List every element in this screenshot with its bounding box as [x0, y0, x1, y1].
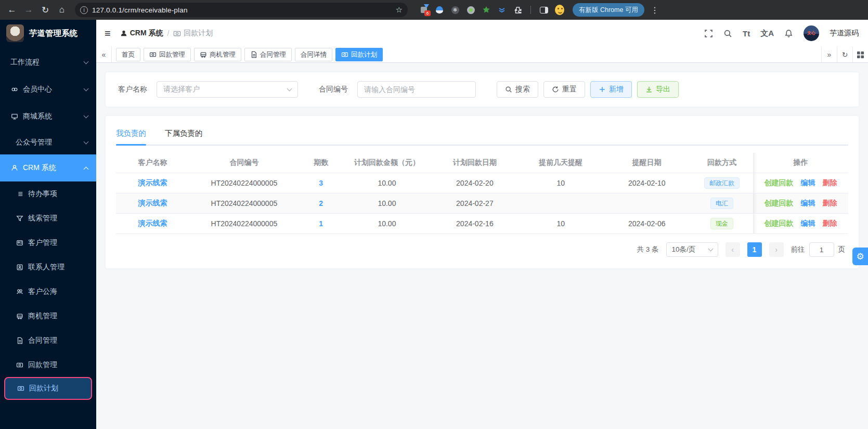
profile-avatar[interactable] [555, 5, 564, 15]
search-button[interactable]: 搜索 [497, 81, 538, 98]
customer-select[interactable]: 请选择客户 [157, 81, 298, 98]
sidebar-item-label: 会员中心 [23, 85, 80, 94]
page-number-1[interactable]: 1 [747, 242, 762, 257]
tabs-scroll-left-icon[interactable]: « [96, 47, 112, 62]
period-link[interactable]: 2 [299, 193, 343, 214]
money-icon [149, 51, 157, 58]
browser-back-icon[interactable]: ← [5, 3, 19, 17]
edit-link[interactable]: 编辑 [800, 178, 815, 187]
bookmark-star-icon[interactable]: ☆ [396, 5, 403, 15]
sidebar-item-2[interactable]: 商城系统 [0, 103, 96, 130]
delete-link[interactable]: 删除 [822, 199, 837, 207]
contract-no-input[interactable] [364, 85, 469, 94]
sidebar-item-0[interactable]: 工作流程 [0, 49, 96, 76]
tab-subordinate-responsible[interactable]: 下属负责的 [165, 125, 203, 145]
sidebar-item-11[interactable]: 合同管理 [0, 328, 96, 353]
translate-icon[interactable]: 文A [760, 29, 774, 38]
tabs-layout-grid-icon[interactable] [852, 47, 868, 62]
search-icon[interactable] [723, 29, 732, 38]
side-panel-icon[interactable] [539, 5, 549, 15]
goto-page: 前往 页 [791, 242, 846, 257]
user-name[interactable]: 芋道源码 [830, 29, 859, 38]
app-header: ≡ CRM 系统 / 回款计划 [96, 20, 868, 47]
column-header-7: 回款方式 [691, 153, 753, 173]
delete-link[interactable]: 删除 [822, 219, 837, 227]
collapse-menu-icon[interactable]: ≡ [102, 28, 113, 40]
goto-page-input[interactable] [809, 242, 834, 257]
page-tab-3[interactable]: 合同管理 [244, 48, 292, 61]
sidebar-item-label: 公众号管理 [16, 138, 80, 147]
address-bar[interactable]: i 127.0.0.1/crm/receivable-plan ☆ [75, 3, 408, 17]
font-size-icon[interactable]: Tt [743, 29, 750, 38]
remind-date-cell [603, 193, 691, 214]
create-receivable-link[interactable]: 创建回款 [764, 219, 793, 227]
plan-date-cell: 2024-02-27 [431, 193, 519, 214]
extension-recorder-icon[interactable] [466, 5, 475, 15]
browser-reload-icon[interactable]: ↻ [38, 3, 52, 17]
browser-home-icon[interactable]: ⌂ [55, 3, 69, 17]
site-info-icon[interactable]: i [80, 6, 88, 14]
sidebar-item-10[interactable]: 商机管理 [0, 304, 96, 328]
sidebar-item-1[interactable]: 会员中心 [0, 76, 96, 103]
sidebar-item-3[interactable]: 公众号管理 [0, 130, 96, 154]
next-page-button[interactable]: › [769, 242, 784, 257]
page-tab-0[interactable]: 首页 [116, 48, 140, 61]
mall-icon [10, 113, 18, 121]
logo-row[interactable]: 芋道管理系统 [0, 20, 96, 47]
period-link[interactable]: 1 [299, 214, 343, 234]
extension-blocker-icon[interactable]: 6 [419, 5, 429, 15]
add-button[interactable]: 新增 [590, 81, 632, 98]
pagination-total: 共 3 条 [637, 245, 658, 254]
notification-bell-icon[interactable] [784, 29, 793, 38]
page-tab-2[interactable]: 商机管理 [194, 48, 241, 61]
breadcrumb-root[interactable]: CRM 系统 [120, 29, 163, 38]
column-header-3: 计划回款金额（元） [343, 153, 431, 173]
sidebar-item-12[interactable]: 回款管理 [0, 353, 96, 377]
export-button[interactable]: 导出 [637, 81, 679, 98]
sidebar-item-13[interactable]: 回款计划 [4, 377, 92, 400]
url-text[interactable]: 127.0.0.1/crm/receivable-plan [92, 6, 392, 14]
customer-link[interactable]: 演示线索 [116, 214, 189, 234]
fullscreen-icon[interactable] [704, 29, 713, 38]
reset-button[interactable]: 重置 [543, 81, 585, 98]
extensions-puzzle-icon[interactable] [513, 5, 522, 15]
page-tab-4[interactable]: 合同详情 [295, 48, 332, 61]
customer-link[interactable]: 演示线索 [116, 193, 189, 214]
sidebar-item-6[interactable]: 线索管理 [0, 206, 96, 230]
extension-star-icon[interactable] [482, 5, 491, 15]
sidebar-item-7[interactable]: 客户管理 [0, 230, 96, 255]
extension-dark-icon[interactable]: ✻ [450, 5, 460, 15]
toolbar-divider [530, 6, 531, 14]
edit-link[interactable]: 编辑 [800, 219, 815, 227]
create-receivable-link[interactable]: 创建回款 [764, 178, 793, 187]
amount-cell: 10.00 [343, 193, 431, 214]
user-avatar[interactable]: 文心 [804, 25, 819, 41]
sidebar-item-4[interactable]: CRM 系统 [0, 154, 96, 181]
browser-menu-icon[interactable]: ⋮ [651, 5, 659, 15]
customer-link[interactable]: 演示线索 [116, 173, 189, 193]
tabs-scroll-right-icon[interactable]: » [821, 47, 837, 62]
sidebar-item-9[interactable]: 客户公海 [0, 279, 96, 304]
edit-link[interactable]: 编辑 [800, 199, 815, 207]
sidebar-item-5[interactable]: 待办事项 [0, 181, 96, 206]
sidebar-item-8[interactable]: 联系人管理 [0, 255, 96, 279]
contract-no-field-wrap [357, 81, 476, 98]
delete-link[interactable]: 删除 [822, 178, 837, 187]
page-size-select[interactable]: 10条/页 [666, 242, 718, 257]
prev-page-button[interactable]: ‹ [726, 242, 740, 257]
page-tab-5[interactable]: 回款计划 [335, 48, 383, 61]
chevron-down-icon [84, 139, 89, 144]
actions-cell: 创建回款编辑删除 [753, 173, 848, 193]
theme-settings-button[interactable]: ⚙ [852, 248, 868, 265]
tab-my-responsible[interactable]: 我负责的 [116, 125, 146, 145]
chrome-update-chip[interactable]: 有新版 Chrome 可用 [573, 3, 644, 17]
tabs-refresh-icon[interactable]: ↻ [837, 47, 852, 62]
header-actions: Tt 文A 文心 芋道源码 [704, 25, 859, 41]
page-tab-1[interactable]: 回款管理 [144, 48, 191, 61]
period-link[interactable]: 3 [299, 173, 343, 193]
extension-layers-icon[interactable] [497, 5, 507, 15]
create-receivable-link[interactable]: 创建回款 [764, 199, 793, 207]
extension-balloon-icon[interactable] [435, 5, 444, 15]
browser-forward-icon[interactable]: → [22, 3, 35, 17]
breadcrumb-separator: / [167, 29, 169, 37]
